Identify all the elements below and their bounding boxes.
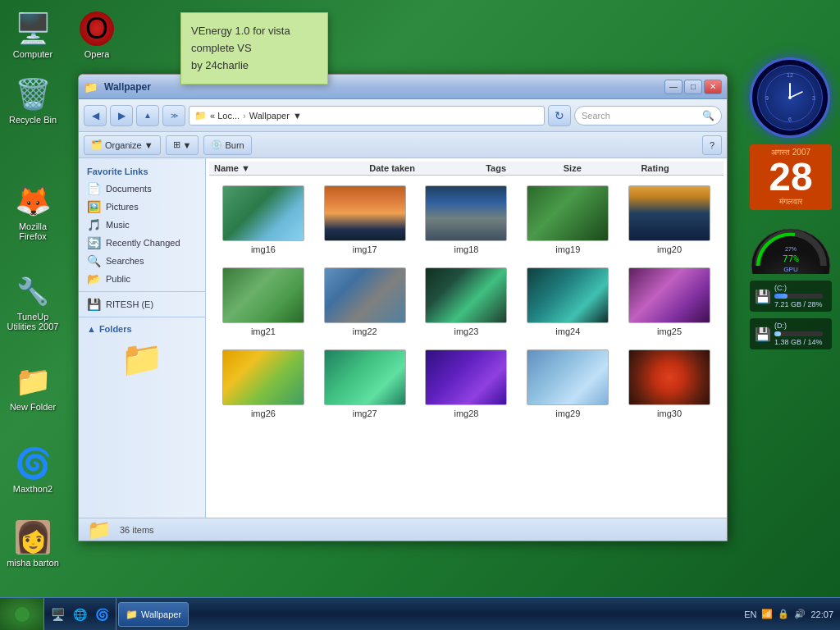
thumb-label-img29: img29 <box>555 409 580 418</box>
documents-icon: 📄 <box>87 182 101 195</box>
desktop-icon-firefox[interactable]: 🦊 Mozilla Firefox <box>3 180 62 244</box>
col-header-tags[interactable]: Tags <box>486 163 564 173</box>
thumb-item-img20[interactable]: img20 <box>622 182 717 258</box>
thumb-item-img25[interactable]: img25 <box>622 264 717 340</box>
thumb-item-img18[interactable]: img18 <box>419 182 514 258</box>
col-header-name[interactable]: Name ▼ <box>214 163 369 173</box>
desktop-icon-maxthon[interactable]: 🌀 Maxthon2 <box>3 443 62 497</box>
thumb-item-img21[interactable]: img21 <box>216 264 311 340</box>
taskbar-wallpaper-item[interactable]: 📁 Wallpaper <box>118 602 189 627</box>
drive-d-label: (D:) <box>774 322 823 330</box>
address-path: Wallpaper <box>249 111 290 121</box>
thumb-img28 <box>425 349 507 405</box>
desktop-icon-newfolder-label: New Folder <box>10 402 56 412</box>
window-titlebar: 📁 Wallpaper — □ ✕ <box>79 75 727 99</box>
thumb-label-img21: img21 <box>251 326 276 336</box>
drive-c-bar <box>774 294 788 299</box>
navigation-toolbar: ◀ ▶ ▲ ≫ 📁 « Loc... › Wallpaper ▼ ↻ Searc… <box>79 99 727 132</box>
quick-browser[interactable]: 🌐 <box>70 606 90 623</box>
sidebar-item-searches[interactable]: 🔍 Searches <box>79 252 205 270</box>
sidebar-item-ritesh[interactable]: 💾 RITESH (E) <box>79 295 205 313</box>
searches-icon: 🔍 <box>87 254 101 267</box>
forward-button[interactable]: ▶ <box>110 105 133 126</box>
sticky-line1: VEnergy 1.0 for vista <box>191 23 317 40</box>
thumb-item-img28[interactable]: img28 <box>419 346 514 422</box>
thumb-label-img22: img22 <box>353 326 377 336</box>
col-header-date[interactable]: Date taken <box>369 163 486 173</box>
sidebar-label-public: Public <box>106 274 130 284</box>
thumb-img20 <box>628 185 710 241</box>
minimize-button[interactable]: — <box>664 80 682 94</box>
tray-volume[interactable]: 🔊 <box>794 609 806 619</box>
quick-show-desktop[interactable]: 🖥️ <box>48 606 68 623</box>
close-button[interactable]: ✕ <box>704 80 722 94</box>
thumb-label-img19: img19 <box>555 244 580 254</box>
help-button[interactable]: ? <box>702 135 722 155</box>
widget-panel: 12 3 6 9 अगस्त 2007 28 मंगलवार <box>750 57 832 349</box>
calendar-day: मंगलवार <box>753 197 829 207</box>
up-button[interactable]: ▲ <box>136 105 159 126</box>
col-header-rating[interactable]: Rating <box>641 163 719 173</box>
desktop-icon-opera[interactable]: O Opera <box>67 8 126 62</box>
search-placeholder: Search <box>582 111 610 121</box>
drive-c-info: 7.21 GB / 28% <box>774 300 823 308</box>
thumb-item-img23[interactable]: img23 <box>419 264 514 340</box>
sidebar-item-documents[interactable]: 📄 Documents <box>79 180 205 198</box>
thumb-label-img26: img26 <box>251 409 276 418</box>
thumb-item-img27[interactable]: img27 <box>317 346 413 422</box>
maximize-button[interactable]: □ <box>684 80 702 94</box>
organize-button[interactable]: 🗂️ Organize ▼ <box>84 135 161 155</box>
thumb-item-img17[interactable]: img17 <box>317 182 413 258</box>
desktop-icon-computer[interactable]: 🖥️ Computer <box>3 8 62 62</box>
thumb-item-img22[interactable]: img22 <box>317 264 413 340</box>
thumb-label-img30: img30 <box>657 409 682 418</box>
sidebar-item-pictures[interactable]: 🖼️ Pictures <box>79 198 205 216</box>
desktop-icon-newfolder[interactable]: 📁 New Folder <box>3 361 62 415</box>
tray-network[interactable]: 📶 <box>761 609 773 619</box>
thumb-item-img30[interactable]: img30 <box>622 346 717 422</box>
sidebar-item-public[interactable]: 📂 Public <box>79 270 205 288</box>
thumb-img17 <box>324 185 406 241</box>
start-button[interactable] <box>0 598 44 631</box>
refresh-button[interactable]: ↻ <box>548 105 571 126</box>
sidebar-item-recently-changed[interactable]: 🔄 Recently Changed <box>79 234 205 252</box>
desktop-icon-misha[interactable]: 👩 misha barton <box>3 517 62 571</box>
thumb-item-img19[interactable]: img19 <box>520 182 615 258</box>
svg-text:GPU: GPU <box>783 266 798 273</box>
col-header-size[interactable]: Size <box>564 163 641 173</box>
history-button[interactable]: ≫ <box>162 105 185 126</box>
address-bar[interactable]: 📁 « Loc... › Wallpaper ▼ <box>189 106 545 126</box>
desktop-icon-firefox-label: Mozilla Firefox <box>7 221 59 241</box>
search-bar[interactable]: Search 🔍 <box>574 106 722 126</box>
folders-label[interactable]: ▲ Folders <box>87 324 197 334</box>
sidebar-label-ritesh: RITESH (E) <box>106 299 153 309</box>
sidebar: Favorite Links 📄 Documents 🖼️ Pictures 🎵… <box>79 158 206 518</box>
desktop-icon-recycle[interactable]: 🗑️ Recycle Bin <box>3 74 62 128</box>
burn-button[interactable]: 💿 Burn <box>203 135 251 155</box>
tray-security[interactable]: 🔒 <box>778 609 789 619</box>
sidebar-label-searches: Searches <box>106 256 144 266</box>
pictures-icon: 🖼️ <box>87 200 101 213</box>
drive-d-bar <box>774 331 781 336</box>
thumb-img18 <box>425 185 507 241</box>
views-button[interactable]: ⊞ ▼ <box>166 135 199 155</box>
thumb-item-img24[interactable]: img24 <box>520 264 615 340</box>
file-grid-area[interactable]: Name ▼ Date taken Tags Size Rating img16… <box>206 158 727 518</box>
thumb-item-img29[interactable]: img29 <box>520 346 615 422</box>
sidebar-item-music[interactable]: 🎵 Music <box>79 216 205 234</box>
tray-language: EN <box>744 609 756 619</box>
clock-widget: 12 3 6 9 <box>750 57 830 138</box>
sidebar-divider <box>79 291 205 292</box>
svg-text:3: 3 <box>812 95 815 101</box>
thumb-item-img26[interactable]: img26 <box>216 346 311 422</box>
thumb-item-img16[interactable]: img16 <box>216 182 311 258</box>
back-button[interactable]: ◀ <box>84 105 107 126</box>
thumbnail-grid: img16 img17 img18 img19 img20 <box>209 176 724 428</box>
quick-maxthon[interactable]: 🌀 <box>92 606 112 623</box>
sidebar-label-music: Music <box>106 220 130 230</box>
column-headers: Name ▼ Date taken Tags Size Rating <box>209 162 724 176</box>
desktop-icon-tuneup[interactable]: 🔧 TuneUp Utilities 2007 <box>3 271 62 335</box>
thumb-label-img25: img25 <box>657 326 682 336</box>
calendar-widget: अगस्त 2007 28 मंगलवार <box>750 144 832 210</box>
svg-text:9: 9 <box>765 95 769 101</box>
